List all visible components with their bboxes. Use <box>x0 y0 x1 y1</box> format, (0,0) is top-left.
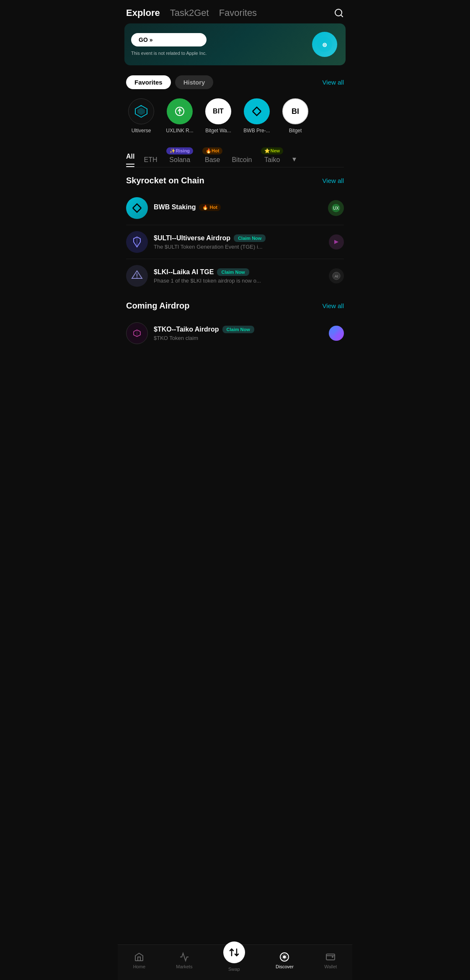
skyrocket-title: Skyrocket on Chain <box>126 176 204 185</box>
coming-airdrop-title: Coming Airdrop <box>126 301 189 311</box>
nav-discover-label: Discover <box>276 964 294 969</box>
header: Explore Task2Get Favorites <box>118 0 352 23</box>
svg-marker-5 <box>137 108 145 115</box>
bottom-navigation: Home Markets Swap Disco <box>118 944 352 980</box>
item-content: $TKO--Taiko Airdrop Claim Now $TKO Token… <box>154 326 323 341</box>
hot-badge: 🔥Hot <box>202 147 222 154</box>
svg-text:AI: AI <box>335 274 338 278</box>
nav-home[interactable]: Home <box>133 952 145 969</box>
fav-item-label: Bitget Wa... <box>205 128 231 134</box>
markets-icon <box>179 952 190 962</box>
nav-markets[interactable]: Markets <box>176 952 192 969</box>
nav-wallet[interactable]: Wallet <box>324 952 337 969</box>
list-item[interactable]: UXLINK R... <box>165 98 195 134</box>
chain-tab-base[interactable]: 🔥Hot Base <box>202 147 222 167</box>
fav-item-label: Bitget <box>289 128 302 134</box>
nav-wallet-label: Wallet <box>324 964 337 969</box>
tab-explore[interactable]: Explore <box>126 8 160 18</box>
promo-banner[interactable]: GO » This event is not related to Apple … <box>124 23 346 65</box>
item-content: $ULTI--Ultiverse Airdrop Claim Now The $… <box>154 234 323 250</box>
go-button[interactable]: GO » <box>131 33 207 46</box>
chain-filter-tabs: All ETH ✨Rising Solana 🔥Hot Base Bitcoin… <box>118 139 352 167</box>
new-badge: ⭐New <box>261 147 283 154</box>
list-item[interactable]: BWB Pre-... <box>242 98 272 134</box>
list-item[interactable]: Ultiverse <box>126 98 156 134</box>
nav-swap-label: Swap <box>228 967 240 972</box>
claim-badge[interactable]: Claim Now <box>217 268 249 276</box>
hot-badge: 🔥 Hot <box>199 204 220 211</box>
chain-tab-taiko[interactable]: ⭐New Taiko <box>261 147 283 167</box>
nav-swap[interactable]: Swap <box>223 949 245 972</box>
tab-favorites[interactable]: Favorites <box>219 8 257 18</box>
claim-badge[interactable]: Claim Now <box>234 234 266 242</box>
tab-task2get[interactable]: Task2Get <box>170 8 209 18</box>
svg-text:⊜: ⊜ <box>322 41 327 48</box>
skyrocket-section-header: Skyrocket on Chain View all <box>118 167 352 191</box>
chain-tab-solana[interactable]: ✨Rising Solana <box>166 147 193 167</box>
skyrocket-view-all[interactable]: View all <box>323 177 344 184</box>
svg-text:UX: UX <box>333 206 339 211</box>
fav-item-label: UXLINK R... <box>166 128 193 134</box>
swap-button[interactable] <box>223 941 245 963</box>
item-secondary-icon: AI <box>329 268 344 283</box>
list-item[interactable]: $LKI--Laika AI TGE Claim Now Phase 1 of … <box>118 259 352 293</box>
svg-line-1 <box>341 15 343 17</box>
item-right-icon: UX <box>328 200 344 216</box>
svg-point-18 <box>283 956 286 958</box>
history-tab[interactable]: History <box>175 75 214 89</box>
claim-badge[interactable]: Claim Now <box>222 326 254 333</box>
nav-discover[interactable]: Discover <box>276 952 294 969</box>
discover-icon <box>279 952 290 962</box>
wallet-icon <box>325 952 336 962</box>
list-item[interactable]: $ULTI--Ultiverse Airdrop Claim Now The $… <box>118 225 352 259</box>
favorites-history-row: Favorites History View all <box>118 72 352 93</box>
svg-point-16 <box>333 329 340 337</box>
coming-airdrop-section-header: Coming Airdrop View all <box>118 293 352 316</box>
banner-disclaimer: This event is not related to Apple Inc. <box>131 51 207 56</box>
coming-airdrop-view-all[interactable]: View all <box>323 302 344 309</box>
item-content: BWB Staking 🔥 Hot <box>154 203 322 213</box>
favorites-view-all[interactable]: View all <box>323 79 344 86</box>
fav-item-label: BWB Pre-... <box>243 128 270 134</box>
list-item[interactable]: $TKO--Taiko Airdrop Claim Now $TKO Token… <box>118 316 352 350</box>
banner-logo: ⊜ <box>312 32 337 57</box>
nav-markets-label: Markets <box>176 964 192 969</box>
favorites-tab[interactable]: Favorites <box>126 75 171 89</box>
favorites-scroll: Ultiverse UXLINK R... BIT Bitget Wa... <box>118 93 352 139</box>
chain-tab-eth[interactable]: ETH <box>144 146 157 167</box>
svg-point-11 <box>137 278 138 279</box>
chain-tab-more-icon[interactable]: ▾ <box>292 154 296 167</box>
item-secondary-icon <box>329 234 344 250</box>
chain-tab-bitcoin[interactable]: Bitcoin <box>232 146 252 167</box>
home-icon <box>134 952 145 962</box>
rising-badge: ✨Rising <box>166 147 193 154</box>
list-item[interactable]: BI Bitget <box>280 98 310 134</box>
nav-home-label: Home <box>133 964 145 969</box>
fav-item-label: Ultiverse <box>132 128 151 134</box>
list-item[interactable]: BWB Staking 🔥 Hot UX <box>118 191 352 225</box>
chain-tab-all[interactable]: All <box>126 143 134 167</box>
item-content: $LKI--Laika AI TGE Claim Now Phase 1 of … <box>154 268 323 284</box>
search-icon[interactable] <box>334 8 344 18</box>
list-item[interactable]: BIT Bitget Wa... <box>203 98 233 134</box>
item-secondary-icon <box>329 326 344 341</box>
